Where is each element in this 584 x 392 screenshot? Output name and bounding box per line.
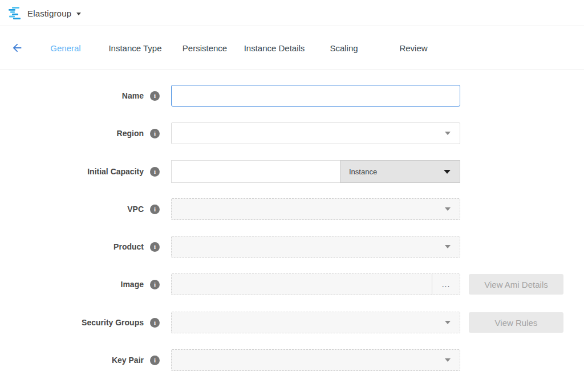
back-arrow-button[interactable] [11, 42, 23, 54]
info-icon[interactable] [150, 205, 160, 214]
form-row-key-pair: Key Pair [0, 349, 584, 371]
info-icon[interactable] [150, 167, 160, 177]
tab-review[interactable]: Review [379, 43, 448, 53]
form-row-product: Product [0, 236, 584, 258]
app-switcher-dropdown[interactable]: Elastigroup [8, 0, 81, 26]
view-ami-details-button[interactable]: View Ami Details [469, 274, 563, 295]
security-groups-select [171, 312, 460, 333]
app-title: Elastigroup [27, 9, 71, 18]
tab-instance-type[interactable]: Instance Type [100, 43, 170, 53]
form-row-name: Name [0, 85, 584, 107]
info-icon[interactable] [150, 280, 160, 289]
image-input: ... [171, 273, 460, 295]
image-value-area [172, 274, 432, 295]
product-select [171, 236, 460, 258]
elastigroup-create-wizard: Elastigroup General Instance Type Persis… [0, 0, 584, 392]
initial-capacity-input[interactable] [171, 160, 340, 183]
region-select[interactable] [171, 122, 460, 144]
security-groups-label: Security Groups [0, 312, 144, 333]
info-icon[interactable] [150, 242, 160, 252]
region-label: Region [0, 122, 144, 144]
form-row-region: Region [0, 122, 584, 144]
chevron-down-icon [76, 13, 81, 15]
name-input[interactable] [171, 85, 460, 107]
info-icon[interactable] [150, 129, 160, 138]
wizard-tab-bar: General Instance Type Persistence Instan… [0, 26, 584, 70]
vpc-select [171, 198, 460, 220]
product-label: Product [0, 236, 144, 258]
form-row-vpc: VPC [0, 198, 584, 220]
capacity-unit-value: Instance [340, 168, 377, 176]
tab-instance-details[interactable]: Instance Details [240, 43, 309, 53]
info-icon[interactable] [150, 356, 160, 365]
key-pair-select [171, 349, 460, 371]
view-rules-button[interactable]: View Rules [469, 312, 563, 333]
top-header: Elastigroup [0, 0, 584, 26]
tab-scaling[interactable]: Scaling [309, 43, 379, 53]
tab-general[interactable]: General [31, 43, 100, 53]
initial-capacity-label: Initial Capacity [0, 160, 144, 183]
caret-down-icon [445, 358, 451, 362]
key-pair-label: Key Pair [0, 349, 144, 371]
caret-down-icon [445, 207, 451, 211]
tab-persistence[interactable]: Persistence [170, 43, 240, 53]
browse-button[interactable]: ... [432, 274, 460, 295]
form-row-initial-capacity: Initial Capacity Instance [0, 160, 584, 183]
form-row-image: Image ... View Ami Details [0, 273, 584, 295]
info-icon[interactable] [150, 91, 160, 101]
vpc-label: VPC [0, 198, 144, 220]
caret-down-icon [445, 245, 451, 248]
caret-down-icon [444, 170, 451, 174]
name-label: Name [0, 85, 144, 107]
caret-down-icon [445, 321, 451, 324]
form-row-security-groups: Security Groups View Rules [0, 312, 584, 333]
elastigroup-logo-icon [8, 7, 22, 19]
caret-down-icon [445, 132, 451, 135]
image-label: Image [0, 273, 144, 295]
capacity-unit-select[interactable]: Instance [340, 160, 460, 183]
info-icon[interactable] [150, 318, 160, 328]
wizard-tabs: General Instance Type Persistence Instan… [31, 26, 448, 70]
